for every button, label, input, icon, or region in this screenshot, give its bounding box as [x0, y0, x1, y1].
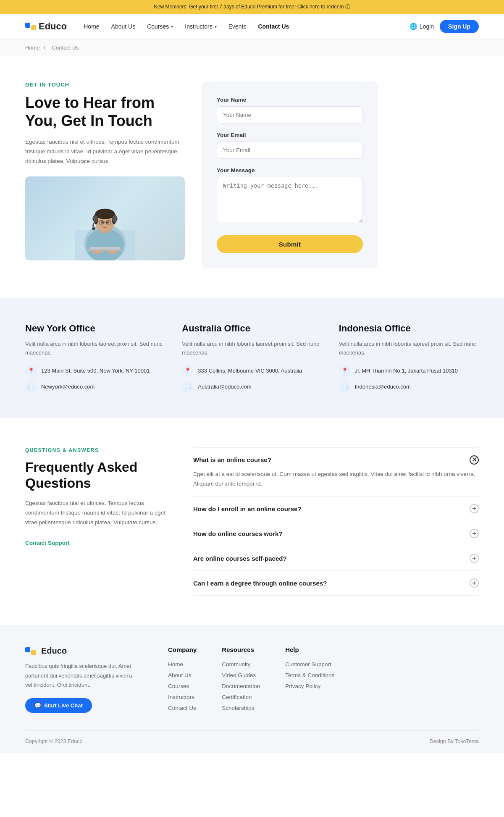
- breadcrumb-home[interactable]: Home: [25, 45, 40, 51]
- footer-col-list: Customer SupportTerms & ConditionsPrivac…: [285, 661, 334, 689]
- footer-link[interactable]: Instructors: [168, 694, 194, 700]
- footer-link-item: Courses: [168, 683, 197, 689]
- faq-toggle-icon[interactable]: +: [470, 529, 479, 538]
- footer-col-heading: Help: [285, 646, 334, 653]
- footer-link-item: Customer Support: [285, 661, 334, 667]
- svg-point-13: [101, 221, 103, 223]
- faq-question[interactable]: How do online courses work? +: [193, 529, 479, 538]
- contact-description: Egestas faucibus nisl et ultrices. Tempu…: [25, 137, 185, 166]
- office-card: Indonesia Office Velit nulla arcu in nib…: [339, 323, 479, 393]
- office-info: 📍 Jl. MH Thamrin No.1, Jakarta Pusat 103…: [339, 365, 479, 393]
- name-input[interactable]: [217, 106, 363, 123]
- logo-square-yellow: [31, 25, 36, 30]
- nav-about[interactable]: About Us: [111, 23, 136, 30]
- office-address-item: 📍 Jl. MH Thamrin No.1, Jakarta Pusat 103…: [339, 365, 479, 377]
- footer-link-item: Video Guides: [222, 672, 260, 678]
- office-email: Indonesia@educo.com: [355, 384, 411, 390]
- faq-item[interactable]: How do online courses work? +: [193, 521, 479, 546]
- office-description: Velit nulla arcu in nibh lobortis laoree…: [339, 340, 479, 357]
- footer-link[interactable]: Contact Us: [168, 705, 196, 711]
- email-label: Your Email: [217, 132, 363, 138]
- nav-instructors[interactable]: Instructors ▾: [185, 23, 216, 30]
- login-button[interactable]: 🌐 Login: [410, 23, 434, 30]
- contact-section: GET IN TOUCH Love to Hear from You, Get …: [0, 56, 504, 298]
- faq-heading: Frequently Asked Questions: [25, 459, 168, 491]
- footer-link-item: Documentation: [222, 683, 260, 689]
- svg-point-14: [107, 221, 109, 223]
- banner-icon: ⓘ: [345, 4, 350, 10]
- office-email-item: ✉️ Australia@educo.com: [182, 381, 322, 393]
- logo-square-blue: [25, 23, 30, 28]
- faq-item[interactable]: Are online courses self-paced? +: [193, 546, 479, 571]
- faq-question[interactable]: What is an online course? ✕: [193, 455, 479, 465]
- faq-question-text: How do I enroll in an online course?: [193, 505, 302, 512]
- signup-button[interactable]: Sign Up: [440, 20, 479, 33]
- footer-link[interactable]: About Us: [168, 672, 192, 678]
- footer-link-item: Community: [222, 661, 260, 667]
- nav-courses[interactable]: Courses ▾: [147, 23, 173, 30]
- footer-link[interactable]: Scholarships: [222, 705, 254, 711]
- footer-link[interactable]: Privacy Policy: [285, 683, 320, 689]
- instructors-chevron-icon: ▾: [215, 24, 217, 29]
- faq-question[interactable]: How do I enroll in an online course? +: [193, 504, 479, 513]
- footer-link[interactable]: Courses: [168, 683, 189, 689]
- footer-link[interactable]: Community: [222, 661, 250, 667]
- faq-toggle-icon[interactable]: +: [470, 578, 479, 588]
- nav-events[interactable]: Events: [228, 23, 247, 30]
- footer-link-item: Terms & Conditions: [285, 672, 334, 678]
- office-address: 123 Main St, Suite 500, New York, NY 100…: [41, 368, 150, 374]
- message-label: Your Message: [217, 167, 363, 173]
- footer-link[interactable]: Home: [168, 661, 183, 667]
- courses-chevron-icon: ▾: [171, 24, 173, 29]
- signup-label: Sign Up: [448, 23, 470, 30]
- footer-link[interactable]: Terms & Conditions: [285, 672, 334, 678]
- contact-illustration: [71, 185, 139, 260]
- email-input[interactable]: [217, 142, 363, 159]
- faq-question[interactable]: Are online courses self-paced? +: [193, 554, 479, 563]
- logo[interactable]: Educo: [25, 21, 67, 32]
- footer-link[interactable]: Certification: [222, 694, 252, 700]
- footer-logo-icon: [25, 647, 36, 655]
- location-icon: 📍: [25, 365, 37, 377]
- faq-toggle-icon[interactable]: ✕: [470, 455, 479, 465]
- faq-toggle-icon[interactable]: +: [470, 504, 479, 513]
- navbar: Educo Home About Us Courses ▾ Instructor…: [0, 14, 504, 39]
- footer-logo-text: Educo: [41, 646, 67, 656]
- footer-top: Educo Faucibus quis fringilla scelerisqu…: [25, 646, 479, 715]
- nav-contact[interactable]: Contact Us: [258, 23, 289, 30]
- location-icon: 📍: [182, 365, 194, 377]
- message-input[interactable]: [217, 177, 363, 223]
- faq-left: QUESTIONS & ANSWERS Frequently Asked Que…: [25, 447, 168, 596]
- office-grid: New York Office Velit nulla arcu in nibh…: [25, 323, 479, 393]
- footer-link[interactable]: Documentation: [222, 683, 260, 689]
- faq-question-text: Are online courses self-paced?: [193, 555, 287, 562]
- get-in-touch-label: GET IN TOUCH: [25, 81, 185, 88]
- faq-toggle-icon[interactable]: +: [470, 554, 479, 563]
- faq-item[interactable]: Can I earn a degree through online cours…: [193, 571, 479, 596]
- contact-form-card: Your Name Your Email Your Message Submit: [202, 81, 378, 268]
- footer-brand: Educo Faucibus quis fringilla scelerisqu…: [25, 646, 134, 715]
- footer-link-item: Privacy Policy: [285, 683, 334, 689]
- footer-link[interactable]: Customer Support: [285, 661, 331, 667]
- footer-link[interactable]: Video Guides: [222, 672, 256, 678]
- faq-item[interactable]: How do I enroll in an online course? +: [193, 497, 479, 521]
- office-address-item: 📍 123 Main St, Suite 500, New York, NY 1…: [25, 365, 165, 377]
- location-icon: 📍: [339, 365, 351, 377]
- nav-home[interactable]: Home: [84, 23, 99, 30]
- faq-question[interactable]: Can I earn a degree through online cours…: [193, 578, 479, 588]
- footer: Educo Faucibus quis fringilla scelerisqu…: [0, 625, 504, 753]
- submit-button[interactable]: Submit: [217, 235, 363, 253]
- live-chat-button[interactable]: 💬 Start Live Chat: [25, 698, 92, 713]
- contact-support-link[interactable]: Contact Support: [25, 540, 70, 546]
- office-description: Velit nulla arcu in nibh lobortis laoree…: [25, 340, 165, 357]
- office-email: Australia@educo.com: [198, 384, 251, 390]
- nav-courses-label: Courses: [147, 23, 169, 30]
- footer-link-item: Contact Us: [168, 704, 197, 711]
- faq-item[interactable]: What is an online course? ✕ Eget elit at…: [193, 447, 479, 497]
- footer-link-item: Scholarships: [222, 704, 260, 711]
- footer-col-heading: Resources: [222, 646, 260, 653]
- footer-logo-square-yellow: [31, 650, 36, 655]
- office-name: Australia Office: [182, 323, 322, 334]
- email-icon: ✉️: [339, 381, 351, 393]
- footer-link-item: About Us: [168, 672, 197, 678]
